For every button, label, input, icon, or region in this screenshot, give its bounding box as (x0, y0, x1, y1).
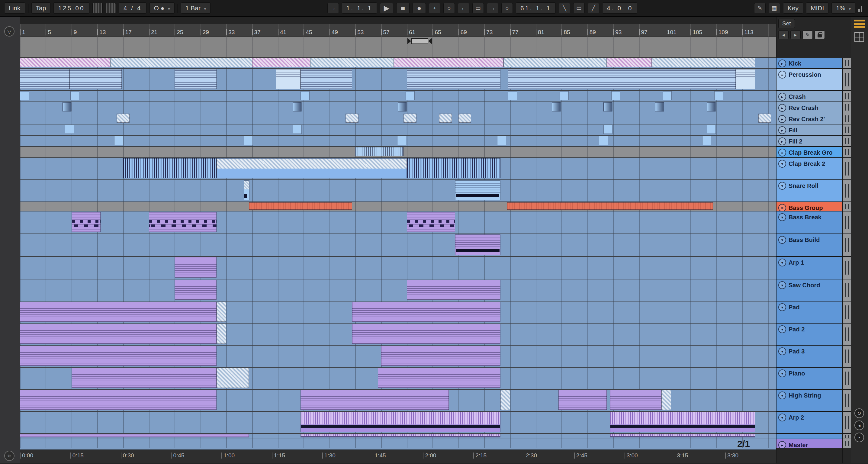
track-play-icon[interactable]: ▸ (778, 137, 786, 145)
track-header-pad[interactable]: ▾Pad (776, 302, 842, 323)
track-header-high-string[interactable]: ▾High String (776, 390, 842, 412)
track-header-bass-break[interactable]: ▾Bass Break (776, 212, 842, 234)
lane-rev-crash[interactable] (20, 102, 776, 113)
clip-crash[interactable] (611, 91, 620, 100)
track-group-icon[interactable]: ≡ (778, 71, 786, 79)
track-fold-icon[interactable]: ▾ (778, 213, 786, 221)
clip-crash[interactable] (70, 91, 80, 100)
track-header-clap-break-2[interactable]: ▾Clap Break 2 (776, 158, 842, 180)
stop-button[interactable]: ■ (396, 3, 409, 13)
track-meter[interactable] (843, 180, 851, 202)
clip-fill-2[interactable] (702, 136, 711, 145)
clip-high-string[interactable] (661, 390, 671, 410)
loop-length-field[interactable]: 4. 0. 0 (602, 2, 637, 13)
lane-crash[interactable] (20, 91, 776, 102)
clip-bass-build[interactable] (455, 235, 500, 255)
track-fold-icon[interactable]: ▾ (778, 326, 786, 333)
track-header-rev-crash[interactable]: ▸Rev Crash (776, 102, 842, 113)
track-meter[interactable] (843, 113, 851, 124)
track-fold-icon[interactable]: ▾ (778, 369, 786, 377)
clip-fill-2[interactable] (599, 136, 608, 145)
track-header-fill-2[interactable]: ▸Fill 2 (776, 136, 842, 147)
clip-rev-crash[interactable] (655, 102, 664, 112)
track-header-piano[interactable]: ▾Piano (776, 368, 842, 390)
track-meter[interactable] (843, 439, 851, 448)
back-arrow-icon[interactable]: ◂ (778, 31, 788, 39)
track-fold-icon[interactable]: ▾ (778, 281, 786, 289)
punch-in-switch-icon[interactable]: ╲ (559, 3, 570, 13)
clip-arp-2[interactable] (610, 412, 755, 432)
track-header-kick[interactable]: ▸Kick (776, 58, 842, 69)
scrub-area[interactable] (20, 37, 776, 58)
lane-arp-2[interactable] (20, 412, 776, 434)
record-button[interactable]: ● (412, 3, 426, 13)
clip-crash[interactable] (301, 91, 310, 100)
track-play-icon[interactable]: ▸ (778, 441, 786, 449)
clip-kick[interactable] (607, 58, 652, 67)
clip-rev-crash[interactable] (603, 102, 613, 112)
lane-pad[interactable] (20, 302, 776, 323)
track-meter[interactable] (843, 434, 851, 439)
track-meter[interactable] (843, 212, 851, 234)
track-header-bass-build[interactable]: ▾Bass Build (776, 234, 842, 257)
lane-clap-break-2[interactable] (20, 158, 776, 180)
track-group-icon[interactable]: ≡ (778, 149, 786, 156)
clip-high-string[interactable] (20, 390, 217, 410)
lane-area[interactable]: 2/1 (20, 58, 776, 450)
midi-indicator-icon[interactable]: ◂ (855, 421, 864, 430)
clip-rev-crash[interactable] (398, 102, 407, 112)
track-fold-icon[interactable]: ▾ (778, 303, 786, 311)
track-meter[interactable] (843, 279, 851, 302)
tap-tempo-button[interactable]: Tap (31, 2, 51, 13)
menu-icon[interactable] (854, 20, 865, 28)
set-button[interactable]: Set (778, 19, 795, 28)
lane-bass-build[interactable] (20, 234, 776, 257)
track-header-untitled[interactable] (776, 434, 842, 439)
clip-untitled[interactable] (20, 434, 249, 437)
loop-start-handle[interactable] (407, 38, 411, 44)
punch-out-switch-icon[interactable]: ╱ (588, 3, 599, 13)
track-header-clap-break-gro[interactable]: ≡Clap Break Gro (776, 147, 842, 158)
track-fold-icon[interactable]: ▾ (778, 347, 786, 355)
zoom-indicator[interactable]: 2/1 (737, 439, 750, 449)
track-fold-icon[interactable]: ▾ (778, 413, 786, 422)
metronome-button[interactable]: O ● ▾ (150, 2, 175, 13)
track-header-crash[interactable]: ▸Crash (776, 91, 842, 102)
cpu-load-field[interactable]: 1% ▾ (832, 2, 855, 13)
clip-bass-break[interactable] (149, 212, 217, 232)
track-meter[interactable] (843, 102, 851, 113)
clip-fill-2[interactable] (244, 136, 253, 145)
lane-clap-break-gro[interactable] (20, 147, 776, 158)
clip-high-string[interactable] (500, 390, 510, 410)
lane-pad-2[interactable] (20, 323, 776, 346)
auto-scroll-icon[interactable]: ↻ (855, 408, 864, 418)
clip-pad-2[interactable] (352, 324, 500, 344)
clip-saw-chord[interactable] (175, 280, 217, 300)
clip-clap-break-gro[interactable] (355, 147, 403, 156)
lane-arp-1[interactable] (20, 257, 776, 279)
key-map-button[interactable]: Key (783, 2, 803, 13)
track-meter[interactable] (843, 302, 851, 323)
track-meter[interactable] (843, 136, 851, 147)
track-header-rev-crash-2[interactable]: ▸Rev Crash 2' (776, 113, 842, 124)
clip-percussion[interactable] (175, 69, 217, 89)
track-fold-icon[interactable]: ▾ (778, 392, 786, 399)
lane-high-string[interactable] (20, 390, 776, 412)
clip-fill[interactable] (603, 125, 613, 134)
arrangement-position-field[interactable]: 1. 1. 1 (342, 2, 377, 13)
layout-grid-icon[interactable] (855, 32, 864, 42)
clip-kick[interactable] (110, 58, 252, 67)
clip-kick[interactable] (394, 58, 503, 67)
play-button[interactable]: ▶ (380, 3, 393, 13)
punch-out-icon[interactable]: → (487, 3, 498, 13)
nudge-up-button[interactable] (106, 3, 116, 13)
track-header-fill[interactable]: ▸Fill (776, 124, 842, 136)
lane-snare-roll[interactable] (20, 180, 776, 202)
clip-pad[interactable] (352, 302, 500, 322)
clip-kick[interactable] (310, 58, 394, 67)
clip-rev-crash-2[interactable] (345, 114, 359, 123)
track-meter[interactable] (843, 323, 851, 346)
clip-pad-2[interactable] (20, 324, 217, 344)
clip-piano[interactable] (217, 368, 249, 388)
lane-fill-2[interactable] (20, 136, 776, 147)
